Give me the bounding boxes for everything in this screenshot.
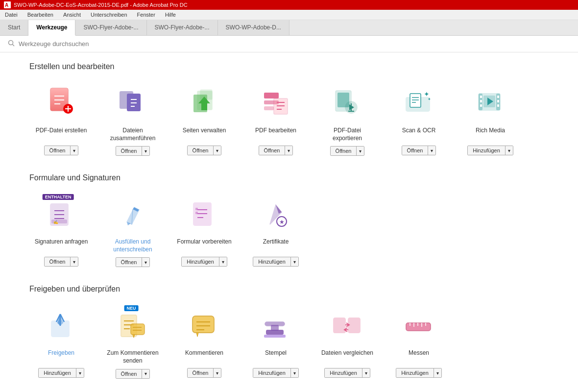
tool-rich-media: Rich Media Hinzufügen ▾	[458, 85, 522, 156]
tool-zusammenfuehren-label: Dateienzusammenführen	[110, 127, 156, 142]
menu-bearbeiten[interactable]: Bearbeiten	[24, 11, 56, 19]
svg-rect-90	[334, 318, 345, 333]
tool-ausfuellen-dropdown[interactable]: ▾	[142, 258, 149, 267]
tool-kommentieren-open[interactable]: Öffnen	[188, 368, 214, 377]
badge-enthalten: ENTHALTEN	[43, 194, 74, 200]
tool-formular-dropdown[interactable]: ▾	[219, 257, 227, 266]
tool-vergleichen-dropdown[interactable]: ▾	[362, 368, 370, 377]
tool-pdf-exportieren-open[interactable]: Öffnen	[331, 147, 357, 155]
tab-start[interactable]: Start	[0, 20, 28, 35]
tab-flyer1[interactable]: SWO-Flyer-Adobe-...	[75, 20, 146, 35]
tool-stempel-dropdown[interactable]: ▾	[291, 368, 298, 377]
tool-pdf-exportieren-label: PDF-Dateiexportieren	[333, 127, 362, 142]
svg-point-2	[9, 41, 13, 45]
tool-seiten-verwalten-open[interactable]: Öffnen	[188, 146, 214, 155]
tool-stempel-btn[interactable]: Hinzufügen ▾	[253, 368, 299, 378]
tool-seiten-verwalten-btn[interactable]: Öffnen ▾	[187, 146, 222, 155]
svg-rect-49	[497, 104, 499, 107]
tool-kommentieren-senden: NEU Zum Kommentierensenden	[101, 307, 165, 378]
tool-pdf-bearbeiten-open[interactable]: Öffnen	[259, 146, 286, 155]
tool-scan-ocr-label: Scan & OCR	[402, 127, 436, 142]
tool-messen-dropdown[interactable]: ▾	[434, 368, 441, 377]
tool-zusammenfuehren-dropdown[interactable]: ▾	[142, 147, 149, 155]
tool-signaturen-dropdown[interactable]: ▾	[71, 257, 78, 266]
tool-freigeben-hinzufuegen[interactable]: Hinzufügen	[39, 368, 76, 377]
svg-rect-77	[131, 324, 144, 335]
tool-scan-ocr-btn[interactable]: Öffnen ▾	[402, 146, 436, 155]
tool-freigeben-dropdown[interactable]: ▾	[76, 368, 84, 377]
tool-stempel-hinzufuegen[interactable]: Hinzufügen	[253, 368, 291, 377]
svg-text:✍: ✍	[53, 220, 58, 224]
tab-flyer2[interactable]: SWO-Flyer-Adobe-...	[147, 20, 218, 35]
tool-pdf-erstellen-open[interactable]: Öffnen	[45, 146, 71, 155]
menu-fenster[interactable]: Fenster	[134, 11, 158, 19]
tab-werkzeuge[interactable]: Werkzeuge	[28, 20, 75, 36]
tool-rich-media-hinzufuegen[interactable]: Hinzufügen	[468, 146, 506, 155]
tool-formular-btn[interactable]: Hinzufügen ▾	[181, 257, 227, 267]
menu-unterschreiben[interactable]: Unterschreiben	[88, 11, 130, 19]
search-icon	[8, 40, 15, 48]
title-bar-text: SWO-WP-Adobe-DC-EoS-Acrobat-2015-DE.pdf …	[14, 2, 188, 8]
search-input[interactable]	[19, 40, 570, 48]
tool-kommentieren-senden-dropdown[interactable]: ▾	[142, 369, 149, 378]
tool-messen-btn[interactable]: Hinzufügen ▾	[396, 368, 442, 378]
tool-ausfuellen: Ausfüllen undunter­schreiben Öffnen ▾	[101, 196, 165, 267]
tool-signaturen-open[interactable]: Öffnen	[45, 257, 71, 266]
tool-pdf-erstellen-icon	[42, 85, 81, 124]
tool-zertifikate-btn[interactable]: Hinzufügen ▾	[253, 257, 299, 267]
tool-pdf-bearbeiten-btn[interactable]: Öffnen ▾	[259, 146, 293, 155]
tool-stempel-label: Stempel	[265, 349, 287, 364]
svg-marker-82	[196, 333, 198, 337]
tool-vergleichen-icon	[328, 307, 367, 346]
tool-pdf-exportieren-btn[interactable]: Öffnen ▾	[330, 146, 365, 156]
tool-vergleichen-hinzufuegen[interactable]: Hinzufügen	[325, 368, 362, 377]
section-formulare: Formulare und Signaturen ENTHALTEN ✍ Sig…	[29, 173, 549, 267]
tool-signaturen-icon: ENTHALTEN ✍	[42, 196, 81, 235]
tool-stempel-icon	[256, 307, 295, 346]
svg-rect-91	[348, 318, 360, 333]
tool-scan-ocr-open[interactable]: Öffnen	[402, 146, 429, 155]
tool-kommentieren-senden-open[interactable]: Öffnen	[116, 369, 143, 378]
tool-freigeben-btn[interactable]: Hinzufügen ▾	[38, 368, 84, 378]
tool-zusammenfuehren-open[interactable]: Öffnen	[116, 147, 143, 155]
svg-rect-88	[265, 322, 285, 326]
tool-signaturen-btn[interactable]: Öffnen ▾	[44, 257, 79, 267]
svg-rect-20	[200, 90, 212, 99]
tool-kommentieren-btn[interactable]: Öffnen ▾	[187, 368, 222, 378]
tool-rich-media-dropdown[interactable]: ▾	[506, 146, 513, 155]
tool-kommentieren-senden-btn[interactable]: Öffnen ▾	[116, 369, 150, 379]
tool-zusammenfuehren: Dateienzusammenführen Öffnen ▾	[101, 85, 165, 156]
tool-zusammenfuehren-btn[interactable]: Öffnen ▾	[116, 146, 150, 156]
tab-wp[interactable]: SWO-WP-Adobe-D...	[218, 20, 289, 35]
tool-ausfuellen-btn[interactable]: Öffnen ▾	[116, 257, 150, 267]
tool-scan-ocr-icon: ✦ ✦	[399, 85, 438, 124]
tool-formular-hinzufuegen[interactable]: Hinzufügen	[182, 257, 219, 266]
tool-pdf-erstellen-dropdown[interactable]: ▾	[71, 146, 78, 155]
svg-rect-23	[264, 106, 274, 110]
tool-messen-hinzufuegen[interactable]: Hinzufügen	[396, 368, 434, 377]
tool-vergleichen: Dateien vergleichen Hinzufügen ▾	[315, 307, 379, 378]
svg-text:★: ★	[279, 219, 285, 225]
tool-vergleichen-btn[interactable]: Hinzufügen ▾	[324, 368, 370, 378]
tool-kommentieren-dropdown[interactable]: ▾	[214, 368, 221, 377]
tool-freigeben-icon	[42, 307, 81, 346]
tool-pdf-erstellen-btn[interactable]: Öffnen ▾	[44, 146, 79, 155]
tool-pdf-exportieren-dropdown[interactable]: ▾	[357, 147, 364, 155]
title-bar-icon: A	[4, 1, 11, 8]
tool-rich-media-btn[interactable]: Hinzufügen ▾	[467, 146, 513, 155]
tool-zertifikate-dropdown[interactable]: ▾	[291, 257, 298, 266]
tool-pdf-bearbeiten-dropdown[interactable]: ▾	[285, 146, 292, 155]
svg-rect-48	[497, 100, 499, 102]
tool-seiten-verwalten-icon	[185, 85, 224, 124]
tool-pdf-bearbeiten: PDF bearbeiten Öffnen ▾	[244, 85, 308, 156]
svg-line-3	[13, 45, 15, 47]
tool-signaturen: ENTHALTEN ✍ Signaturen anfragen Öffnen ▾	[29, 196, 93, 267]
tool-ausfuellen-open[interactable]: Öffnen	[116, 258, 143, 267]
menu-hilfe[interactable]: Hilfe	[162, 11, 179, 19]
tool-seiten-verwalten-dropdown[interactable]: ▾	[214, 146, 221, 155]
search-bar	[0, 36, 578, 52]
menu-datei[interactable]: Datei	[2, 11, 21, 19]
tool-zertifikate-hinzufuegen[interactable]: Hinzufügen	[253, 257, 291, 266]
menu-ansicht[interactable]: Ansicht	[60, 11, 84, 19]
tool-scan-ocr-dropdown[interactable]: ▾	[428, 146, 435, 155]
